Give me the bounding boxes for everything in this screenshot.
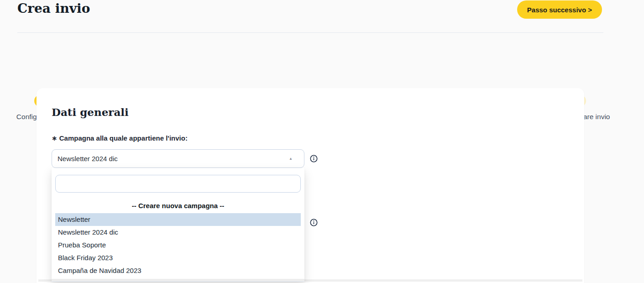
create-new-campaign-option[interactable]: -- Creare nuova campagna -- (52, 202, 304, 210)
option-prueba-soporte[interactable]: Prueba Soporte (55, 239, 301, 252)
hidden-field-info-icon[interactable] (310, 219, 318, 226)
dropdown-search-wrap (52, 168, 304, 193)
campaign-select[interactable]: Newsletter 2024 dic ▲ (52, 149, 304, 168)
option-black-friday-2023[interactable]: Black Friday 2023 (55, 252, 301, 264)
general-data-card: Dati generali ∗ Campagna alla quale appa… (37, 88, 584, 283)
option-newsletter[interactable]: Newsletter (55, 213, 301, 226)
create-sending-page: Crea invio Passo successivo > 1 2 3 4 5 … (0, 0, 644, 283)
page-title: Crea invio (17, 1, 90, 16)
chevron-up-icon: ▲ (289, 157, 293, 161)
campaign-dropdown: -- Creare nuova campagna -- Newsletter N… (52, 168, 304, 282)
next-step-button[interactable]: Passo successivo > (517, 0, 602, 19)
campaign-search-input[interactable] (55, 175, 301, 193)
campaign-options-list: Newsletter Newsletter 2024 dic Prueba So… (52, 213, 304, 277)
header-divider (17, 32, 603, 33)
option-newsletter-2024-dic[interactable]: Newsletter 2024 dic (55, 226, 301, 239)
campaign-select-value: Newsletter 2024 dic (58, 155, 289, 162)
cutoff-option-row (52, 279, 304, 281)
stepper: 1 2 3 4 5 6 Configurazione Editor e Mode… (0, 43, 644, 84)
section-title: Dati generali (52, 106, 129, 118)
campaign-info-icon[interactable] (310, 155, 318, 162)
option-campana-de-navidad-2023[interactable]: Campaña de Navidad 2023 (55, 264, 301, 277)
campaign-field-label: ∗ Campagna alla quale appartiene l'invio… (52, 134, 188, 142)
